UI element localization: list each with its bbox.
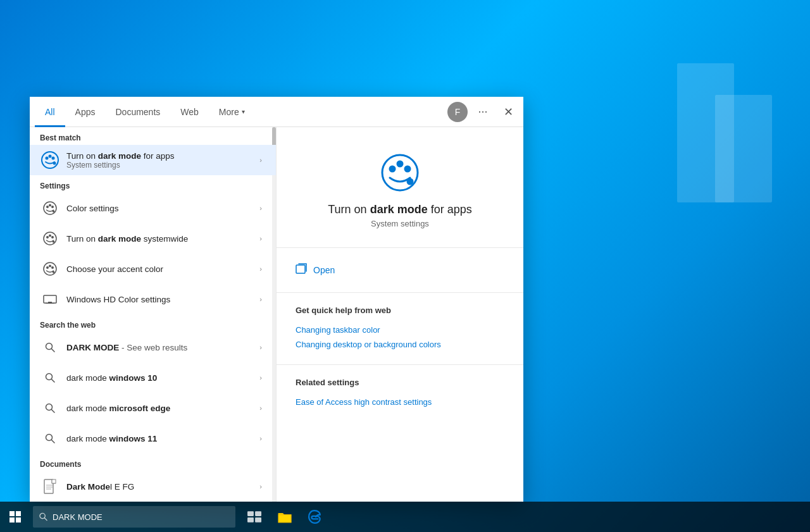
dark-mode-systemwide-text: Turn on dark mode systemwide bbox=[66, 234, 256, 244]
svg-point-16 bbox=[46, 266, 49, 269]
color-settings-icon bbox=[40, 198, 60, 218]
color-settings-text: Color settings bbox=[66, 204, 256, 213]
svg-point-2 bbox=[49, 155, 52, 158]
color-settings-title: Color settings bbox=[66, 204, 256, 213]
decorative-window-2 bbox=[715, 95, 772, 202]
web-search-icon-1 bbox=[40, 337, 60, 357]
svg-point-12 bbox=[49, 235, 51, 237]
svg-point-8 bbox=[51, 206, 54, 208]
taskview-button[interactable] bbox=[240, 502, 268, 532]
settings-dark-mode-systemwide[interactable]: Turn on dark mode systemwide › bbox=[30, 223, 276, 254]
quick-link-taskbar[interactable]: Changing taskbar color bbox=[296, 323, 504, 337]
best-match-text: Turn on dark mode for apps System settin… bbox=[66, 151, 256, 170]
web-dark-mode-win10-title: dark mode windows 10 bbox=[66, 373, 256, 383]
svg-rect-22 bbox=[46, 303, 54, 304]
svg-point-38 bbox=[382, 155, 418, 190]
taskbar-app-icons bbox=[240, 502, 329, 532]
search-content: Best match Turn on dark mode for apps bbox=[30, 127, 523, 502]
svg-point-0 bbox=[42, 152, 58, 168]
svg-point-9 bbox=[53, 210, 55, 213]
settings-accent-color[interactable]: Choose your accent color › bbox=[30, 254, 276, 284]
file-explorer-button[interactable] bbox=[271, 502, 299, 532]
user-avatar-button[interactable]: F bbox=[447, 102, 468, 122]
web-search-label: Search the web bbox=[30, 314, 276, 332]
web-dark-mode-win11-title: dark mode windows 11 bbox=[66, 434, 256, 443]
dark-mode-systemwide-title: Turn on dark mode systemwide bbox=[66, 234, 256, 244]
start-button[interactable] bbox=[0, 502, 30, 532]
right-title: Turn on dark mode for apps bbox=[328, 203, 471, 216]
tab-more[interactable]: More ▾ bbox=[209, 97, 255, 127]
tab-apps[interactable]: Apps bbox=[65, 97, 106, 127]
svg-point-41 bbox=[404, 166, 411, 173]
windows-logo-icon bbox=[9, 511, 21, 523]
accent-color-title: Choose your accent color bbox=[66, 264, 256, 274]
hd-color-chevron: › bbox=[256, 294, 266, 304]
doc-dark-model-chevron: › bbox=[256, 481, 266, 492]
web-dark-mode-main[interactable]: DARK MODE - See web results › bbox=[30, 332, 276, 362]
web-search-icon-4 bbox=[40, 428, 60, 448]
svg-rect-43 bbox=[296, 265, 305, 273]
svg-point-15 bbox=[44, 263, 56, 275]
svg-rect-46 bbox=[247, 511, 254, 516]
web-dark-mode-win11-text: dark mode windows 11 bbox=[66, 434, 256, 443]
web-dark-mode-win10-chevron: › bbox=[256, 373, 266, 383]
web-dark-mode-win11-chevron: › bbox=[256, 433, 266, 443]
tab-bar: All Apps Documents Web More ▾ F ··· ✕ bbox=[30, 97, 523, 127]
hd-color-text: Windows HD Color settings bbox=[66, 295, 256, 304]
svg-point-6 bbox=[46, 206, 49, 208]
left-panel: Best match Turn on dark mode for apps bbox=[30, 127, 277, 502]
taskbar-search-box[interactable] bbox=[33, 506, 235, 528]
svg-point-39 bbox=[389, 166, 396, 173]
svg-point-19 bbox=[53, 271, 55, 273]
open-label: Open bbox=[313, 265, 335, 275]
right-subtitle: System settings bbox=[371, 219, 429, 228]
web-dark-mode-main-text: DARK MODE - See web results bbox=[66, 343, 256, 352]
svg-line-30 bbox=[52, 440, 55, 443]
quick-help-section: Get quick help from web Changing taskbar… bbox=[277, 293, 523, 365]
tab-web[interactable]: Web bbox=[170, 97, 209, 127]
svg-rect-21 bbox=[48, 302, 52, 303]
svg-rect-50 bbox=[278, 515, 291, 523]
dark-mode-systemwide-icon bbox=[40, 228, 60, 249]
settings-color-settings[interactable]: Color settings › bbox=[30, 193, 276, 223]
doc-dark-model[interactable]: Dark Model E FG › bbox=[30, 471, 276, 502]
svg-rect-48 bbox=[247, 517, 254, 523]
best-match-label: Best match bbox=[30, 127, 276, 145]
svg-rect-32 bbox=[52, 479, 56, 483]
svg-point-10 bbox=[44, 232, 56, 245]
settings-hd-color[interactable]: Windows HD Color settings › bbox=[30, 284, 276, 314]
web-dark-mode-edge[interactable]: dark mode microsoft edge › bbox=[30, 393, 276, 423]
open-window-icon bbox=[296, 263, 307, 277]
quick-help-title: Get quick help from web bbox=[296, 306, 504, 315]
hd-color-title: Windows HD Color settings bbox=[66, 295, 256, 304]
tab-documents[interactable]: Documents bbox=[105, 97, 170, 127]
svg-line-24 bbox=[52, 349, 55, 352]
svg-line-45 bbox=[44, 518, 47, 521]
svg-point-14 bbox=[53, 240, 55, 243]
quick-link-desktop[interactable]: Changing desktop or background colors bbox=[296, 337, 504, 352]
more-options-button[interactable]: ··· bbox=[473, 102, 493, 122]
tab-all[interactable]: All bbox=[35, 97, 65, 127]
svg-rect-47 bbox=[255, 511, 261, 516]
open-section: Open bbox=[277, 248, 523, 293]
best-match-title: Turn on dark mode for apps bbox=[66, 151, 256, 161]
related-link-contrast[interactable]: Ease of Access high contrast settings bbox=[296, 395, 504, 409]
documents-label: Documents bbox=[30, 454, 276, 471]
best-match-item[interactable]: Turn on dark mode for apps System settin… bbox=[30, 145, 276, 175]
related-settings-section: Related settings Ease of Access high con… bbox=[277, 365, 523, 422]
best-match-subtitle: System settings bbox=[66, 161, 256, 170]
web-dark-mode-main-title: DARK MODE - See web results bbox=[66, 343, 256, 352]
svg-point-13 bbox=[51, 236, 54, 238]
svg-point-18 bbox=[51, 266, 54, 269]
edge-browser-button[interactable] bbox=[301, 502, 329, 532]
color-settings-chevron: › bbox=[256, 203, 266, 213]
close-button[interactable]: ✕ bbox=[498, 102, 518, 122]
svg-point-5 bbox=[44, 202, 56, 214]
open-button[interactable]: Open bbox=[296, 261, 504, 280]
web-dark-mode-win10[interactable]: dark mode windows 10 › bbox=[30, 362, 276, 393]
document-icon bbox=[40, 476, 60, 497]
taskbar bbox=[0, 502, 810, 532]
web-dark-mode-win11[interactable]: dark mode windows 11 › bbox=[30, 423, 276, 454]
taskbar-search-input[interactable] bbox=[53, 512, 229, 522]
svg-rect-49 bbox=[255, 517, 261, 523]
